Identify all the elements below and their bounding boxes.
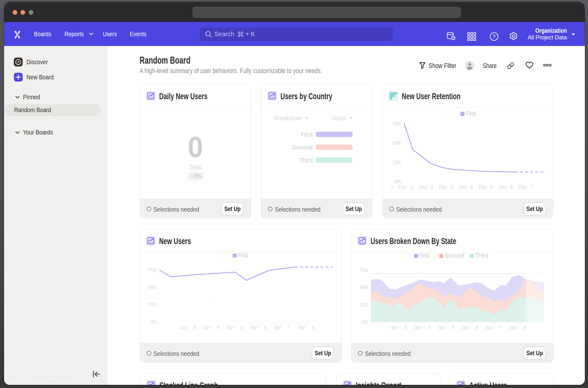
svg-text:Third: Third	[299, 157, 313, 164]
svg-text:Day 7: Day 7	[519, 185, 533, 190]
svg-text:Apr 3: Apr 3	[391, 325, 406, 331]
svg-text:Apr 5: Apr 5	[227, 325, 243, 331]
svg-text:25%: 25%	[360, 302, 368, 308]
svg-text:Second: Second	[445, 252, 464, 259]
svg-text:0%: 0%	[362, 320, 368, 325]
svg-text:Day 6: Day 6	[499, 185, 513, 190]
svg-text:75%: 75%	[360, 268, 368, 273]
svg-text:First: First	[238, 252, 248, 259]
svg-text:First: First	[419, 252, 429, 259]
svg-text:Apr 8: Apr 8	[299, 325, 314, 331]
svg-text:Apr 7: Apr 7	[274, 325, 290, 331]
svg-text:Apr 4: Apr 4	[204, 325, 219, 331]
svg-text:Day 4: Day 4	[459, 185, 473, 190]
svg-text:25%: 25%	[393, 160, 401, 166]
svg-text:Apr 6: Apr 6	[251, 325, 267, 331]
svg-text:Apr 6: Apr 6	[463, 325, 478, 331]
svg-text:<: <	[390, 185, 394, 190]
svg-text:Apr 7: Apr 7	[486, 325, 502, 331]
svg-text:25%: 25%	[148, 302, 156, 308]
svg-text:First: First	[466, 110, 476, 117]
svg-text:50%: 50%	[148, 285, 156, 290]
svg-text:Day 3: Day 3	[439, 185, 453, 190]
svg-text:0%: 0%	[150, 319, 157, 325]
svg-text:Apr 4: Apr 4	[415, 325, 430, 331]
svg-text:Value: Value	[331, 114, 347, 122]
svg-text:Breakdown: Breakdown	[274, 114, 302, 122]
svg-text:Day 5: Day 5	[479, 185, 493, 190]
svg-text:Day 2: Day 2	[419, 185, 433, 190]
svg-text:First: First	[301, 131, 313, 138]
svg-text:Apr 3: Apr 3	[180, 325, 196, 331]
svg-text:50%: 50%	[360, 285, 368, 291]
svg-text:Apr 8: Apr 8	[510, 325, 526, 331]
svg-text:?: ?	[493, 34, 495, 40]
svg-text:0%: 0%	[395, 179, 401, 185]
svg-text:Third: Third	[475, 252, 488, 259]
svg-text:Second: Second	[292, 144, 313, 151]
svg-text:75%: 75%	[148, 267, 156, 273]
svg-text:50%: 50%	[393, 141, 401, 146]
svg-text:Apr 5: Apr 5	[439, 325, 454, 331]
svg-text:Day 1: Day 1	[399, 185, 413, 190]
svg-text:75%: 75%	[393, 121, 401, 127]
